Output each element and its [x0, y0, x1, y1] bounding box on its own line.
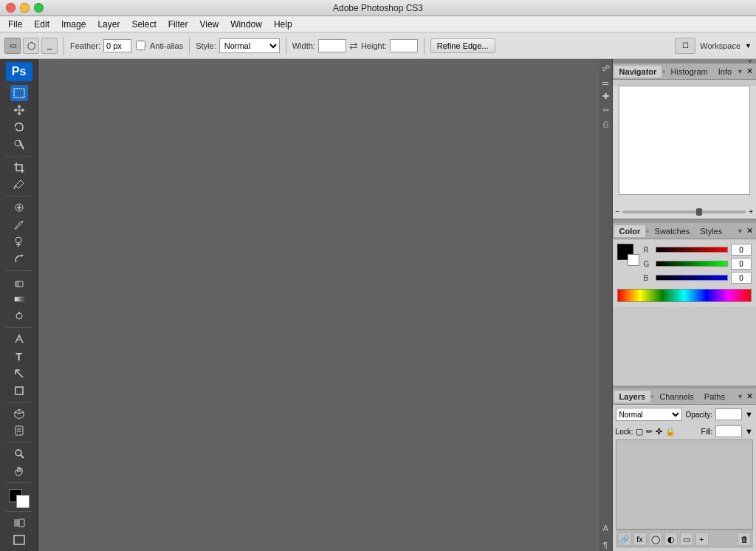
window-buttons[interactable]: [6, 3, 44, 13]
layer-adj-icon[interactable]: ◐: [664, 533, 678, 546]
opacity-input[interactable]: [715, 408, 742, 420]
style-select[interactable]: Normal Fixed Ratio Fixed Size: [219, 38, 280, 53]
clone-tool[interactable]: [10, 233, 28, 250]
rect-marquee-btn[interactable]: ▭: [4, 38, 21, 54]
panel-icon-para[interactable]: ¶: [599, 539, 611, 551]
width-input[interactable]: [318, 39, 346, 52]
move-tool[interactable]: [10, 102, 28, 118]
lock-pixel-icon[interactable]: ▢: [636, 427, 643, 437]
tab-channels[interactable]: Channels: [654, 391, 698, 403]
path-select-tool[interactable]: [10, 366, 28, 382]
b-slider[interactable]: [656, 275, 728, 281]
zoom-out-icon[interactable]: −: [616, 208, 620, 216]
text-tool[interactable]: T: [10, 348, 28, 364]
layer-fx-icon[interactable]: fx: [633, 533, 647, 546]
3d-tool[interactable]: [10, 405, 28, 422]
workspace-icon[interactable]: ☐: [675, 38, 695, 54]
lock-all-icon[interactable]: 🔒: [665, 427, 676, 437]
fill-arrow-icon[interactable]: ▼: [745, 427, 753, 436]
layer-link-icon[interactable]: 🔗: [618, 533, 631, 546]
zoom-in-icon[interactable]: +: [749, 208, 753, 216]
menu-file[interactable]: File: [3, 18, 27, 31]
hand-tool[interactable]: [10, 463, 28, 479]
fill-input[interactable]: [715, 425, 742, 437]
background-swatch[interactable]: [628, 254, 639, 266]
notes-tool[interactable]: [10, 422, 28, 439]
workspace-arrow-icon[interactable]: ▼: [745, 42, 752, 49]
quick-mask-tool[interactable]: [10, 514, 28, 530]
screen-mode-tool[interactable]: [10, 532, 28, 548]
anti-alias-checkbox[interactable]: [136, 41, 145, 50]
menu-view[interactable]: View: [194, 18, 224, 31]
lasso-tool[interactable]: [10, 119, 28, 135]
menu-edit[interactable]: Edit: [29, 18, 55, 31]
opacity-arrow-icon[interactable]: ▼: [745, 410, 753, 419]
layer-mask-icon[interactable]: ◯: [649, 533, 662, 546]
marquee-tool[interactable]: [10, 85, 28, 101]
panel-icon-adjust[interactable]: ⚌: [599, 76, 611, 88]
blend-mode-select[interactable]: Normal Multiply Screen: [616, 408, 683, 421]
nav-panel-close[interactable]: ✕: [746, 66, 753, 76]
delete-layer-icon[interactable]: 🗑: [738, 533, 751, 546]
eyedropper-tool[interactable]: [10, 177, 28, 193]
color-panel-close[interactable]: ✕: [746, 226, 753, 236]
color-spectrum[interactable]: [617, 289, 752, 302]
dodge-tool[interactable]: [10, 308, 28, 324]
tab-info[interactable]: Info: [713, 66, 737, 78]
nav-panel-menu-icon[interactable]: ▼: [737, 68, 743, 75]
menu-help[interactable]: Help: [269, 18, 298, 31]
layers-panel-close[interactable]: ✕: [746, 391, 753, 401]
menu-select[interactable]: Select: [126, 18, 161, 31]
menu-filter[interactable]: Filter: [163, 18, 193, 31]
panel-icon-print[interactable]: ⎙: [599, 118, 611, 130]
layers-list[interactable]: [616, 439, 753, 530]
gradient-tool[interactable]: [10, 291, 28, 307]
shape-tool[interactable]: [10, 383, 28, 399]
layers-panel-menu-icon[interactable]: ▼: [737, 393, 743, 400]
navigator-zoom-slider[interactable]: [622, 211, 746, 213]
maximize-button[interactable]: [34, 3, 44, 13]
menu-layer[interactable]: Layer: [92, 18, 125, 31]
r-slider[interactable]: [656, 247, 728, 253]
tab-paths[interactable]: Paths: [699, 391, 730, 403]
minimize-button[interactable]: [20, 3, 30, 13]
tab-color[interactable]: Color: [614, 225, 646, 237]
menu-image[interactable]: Image: [56, 18, 91, 31]
brush-tool[interactable]: [10, 216, 28, 233]
workspace-label[interactable]: Workspace: [700, 41, 740, 50]
tab-navigator[interactable]: Navigator: [614, 66, 662, 78]
menu-window[interactable]: Window: [225, 18, 267, 31]
ellipse-marquee-btn[interactable]: ◯: [23, 38, 39, 54]
height-input[interactable]: [390, 39, 418, 52]
g-value[interactable]: 0: [731, 258, 752, 270]
tab-histogram[interactable]: Histogram: [666, 66, 713, 78]
new-group-icon[interactable]: ▭: [680, 533, 693, 546]
panel-icon-navigator[interactable]: ☍: [599, 62, 611, 74]
eraser-tool[interactable]: [10, 274, 28, 290]
refine-edge-button[interactable]: Refine Edge...: [430, 38, 495, 53]
single-row-btn[interactable]: ⎯: [41, 38, 58, 54]
panel-icon-usb[interactable]: ⚰: [599, 104, 611, 116]
color-panel-menu-icon[interactable]: ▼: [737, 227, 743, 235]
tab-layers[interactable]: Layers: [614, 391, 650, 403]
pen-tool[interactable]: [10, 331, 28, 347]
new-layer-icon[interactable]: +: [695, 533, 709, 546]
magic-wand-tool[interactable]: [10, 137, 28, 153]
history-brush-tool[interactable]: [10, 251, 28, 267]
zoom-tool[interactable]: [10, 445, 28, 462]
tab-styles[interactable]: Styles: [695, 225, 727, 237]
lock-position-icon[interactable]: ✜: [656, 427, 662, 437]
r-value[interactable]: 0: [731, 244, 752, 256]
tab-swatches[interactable]: Swatches: [650, 225, 695, 237]
panel-icon-tools[interactable]: ✚: [599, 90, 611, 102]
zoom-slider-thumb[interactable]: [696, 208, 702, 216]
feather-input[interactable]: [103, 39, 131, 52]
panel-icon-text[interactable]: A: [599, 522, 611, 534]
healing-tool[interactable]: [10, 199, 28, 216]
b-value[interactable]: 0: [731, 272, 752, 284]
crop-tool[interactable]: [10, 160, 28, 176]
swap-icon[interactable]: ⇄: [349, 40, 358, 52]
lock-image-icon[interactable]: ✏: [646, 427, 653, 437]
g-slider[interactable]: [656, 261, 728, 267]
background-color[interactable]: [16, 495, 30, 508]
